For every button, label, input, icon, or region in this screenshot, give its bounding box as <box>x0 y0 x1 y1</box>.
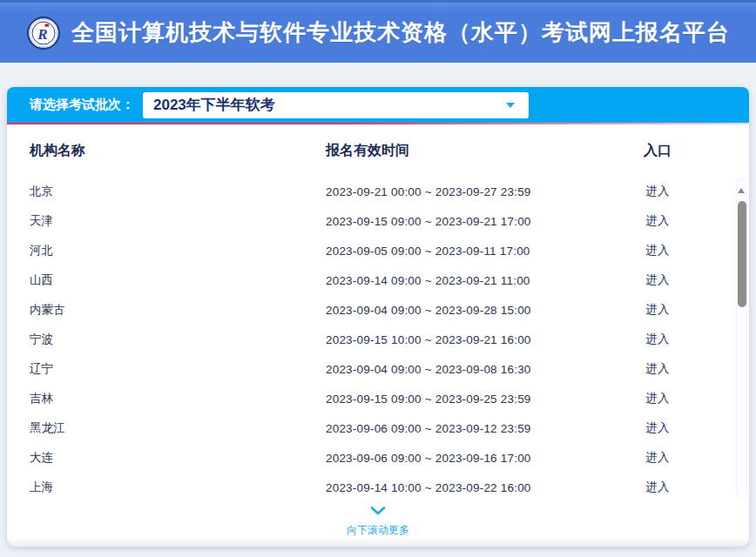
enter-link[interactable]: 进入 <box>601 213 714 229</box>
table-row: 黑龙江 2023-09-06 09:00 ~ 2023-09-12 23:59 … <box>7 413 749 443</box>
enter-link[interactable]: 进入 <box>601 391 714 406</box>
registration-time-cell: 2023-09-04 09:00 ~ 2023-09-28 15:00 <box>326 304 601 317</box>
app-header: R 全国计算机技术与软件专业技术资格（水平）考试网上报名平台 <box>0 0 756 63</box>
main-panel: 请选择考试批次： 2023年下半年软考 机构名称 报名有效时间 入口 北京 20… <box>7 87 749 547</box>
table-row: 上海 2023-09-14 10:00 ~ 2023-09-22 16:00 进… <box>7 473 749 502</box>
registration-time-cell: 2023-09-04 09:00 ~ 2023-09-08 16:30 <box>326 363 601 376</box>
table-row: 北京 2023-09-21 00:00 ~ 2023-09-27 23:59 进… <box>7 177 749 206</box>
enter-link[interactable]: 进入 <box>601 332 714 347</box>
column-header-org: 机构名称 <box>30 142 326 160</box>
exam-batch-selected-value: 2023年下半年软考 <box>153 95 275 115</box>
org-name-cell: 吉林 <box>30 391 326 406</box>
table-header-row: 机构名称 报名有效时间 入口 <box>7 124 749 177</box>
exam-registration-page: { "header": { "title": "全国计算机技术与软件专业技术资格… <box>0 0 756 557</box>
registration-time-cell: 2023-09-14 09:00 ~ 2023-09-21 11:00 <box>326 274 601 287</box>
org-name-cell: 河北 <box>30 243 326 258</box>
registration-time-cell: 2023-09-15 09:00 ~ 2023-09-25 23:59 <box>326 393 601 406</box>
table-row: 山西 2023-09-14 09:00 ~ 2023-09-21 11:00 进… <box>7 265 749 295</box>
enter-link[interactable]: 进入 <box>601 450 714 466</box>
rkb-exam-logo-icon: R <box>26 16 61 50</box>
registration-time-cell: 2023-09-15 09:00 ~ 2023-09-21 17:00 <box>326 215 601 228</box>
scrollbar-track[interactable] <box>736 178 747 499</box>
scrollbar-thumb[interactable] <box>738 201 746 307</box>
org-name-cell: 山西 <box>30 272 326 288</box>
column-header-entry: 入口 <box>601 142 714 160</box>
table-body[interactable]: 北京 2023-09-21 00:00 ~ 2023-09-27 23:59 进… <box>7 177 749 502</box>
column-header-time: 报名有效时间 <box>326 142 601 160</box>
org-name-cell: 上海 <box>30 480 326 495</box>
org-name-cell: 天津 <box>30 213 326 229</box>
page-title: 全国计算机技术与软件专业技术资格（水平）考试网上报名平台 <box>71 17 730 48</box>
table-rows-container: 北京 2023-09-21 00:00 ~ 2023-09-27 23:59 进… <box>7 177 749 502</box>
org-name-cell: 辽宁 <box>30 361 326 377</box>
scroll-more-hint: 向下滚动更多 <box>7 502 749 548</box>
org-name-cell: 黑龙江 <box>30 420 326 436</box>
enter-link[interactable]: 进入 <box>601 272 714 288</box>
table-row: 宁波 2023-09-15 10:00 ~ 2023-09-21 16:00 进… <box>7 325 749 354</box>
registration-time-cell: 2023-09-06 09:00 ~ 2023-09-16 17:00 <box>326 452 601 465</box>
table-row: 河北 2023-09-05 09:00 ~ 2023-09-11 17:00 进… <box>7 236 749 265</box>
scroll-more-hint-text: 向下滚动更多 <box>7 523 749 538</box>
scrollbar-up-arrow-icon[interactable] <box>738 188 745 193</box>
registration-time-cell: 2023-09-14 10:00 ~ 2023-09-22 16:00 <box>326 481 601 494</box>
org-name-cell: 内蒙古 <box>30 302 326 318</box>
chevron-down-icon <box>506 103 515 108</box>
exam-batch-dropdown[interactable]: 2023年下半年软考 <box>143 92 529 118</box>
chevron-down-hint-icon <box>369 506 387 516</box>
table-row: 内蒙古 2023-09-04 09:00 ~ 2023-09-28 15:00 … <box>7 295 749 325</box>
enter-link[interactable]: 进入 <box>601 480 714 495</box>
table-row: 辽宁 2023-09-04 09:00 ~ 2023-09-08 16:30 进… <box>7 354 749 384</box>
enter-link[interactable]: 进入 <box>601 243 714 258</box>
registration-time-cell: 2023-09-06 09:00 ~ 2023-09-12 23:59 <box>326 422 601 435</box>
org-name-cell: 大连 <box>30 450 326 466</box>
enter-link[interactable]: 进入 <box>601 361 714 377</box>
registration-time-cell: 2023-09-15 10:00 ~ 2023-09-21 16:00 <box>326 333 601 346</box>
enter-link[interactable]: 进入 <box>601 302 714 318</box>
enter-link[interactable]: 进入 <box>601 184 714 199</box>
batch-select-label: 请选择考试批次： <box>30 97 134 113</box>
svg-text:R: R <box>37 25 47 42</box>
table-row: 吉林 2023-09-15 09:00 ~ 2023-09-25 23:59 进… <box>7 384 749 413</box>
org-name-cell: 北京 <box>30 184 326 199</box>
table-row: 天津 2023-09-15 09:00 ~ 2023-09-21 17:00 进… <box>7 206 749 236</box>
batch-selector-bar: 请选择考试批次： 2023年下半年软考 <box>7 87 749 123</box>
org-name-cell: 宁波 <box>30 332 326 347</box>
registration-time-cell: 2023-09-05 09:00 ~ 2023-09-11 17:00 <box>326 245 601 258</box>
enter-link[interactable]: 进入 <box>601 420 714 436</box>
registration-time-cell: 2023-09-21 00:00 ~ 2023-09-27 23:59 <box>326 185 601 198</box>
table-row: 大连 2023-09-06 09:00 ~ 2023-09-16 17:00 进… <box>7 443 749 473</box>
